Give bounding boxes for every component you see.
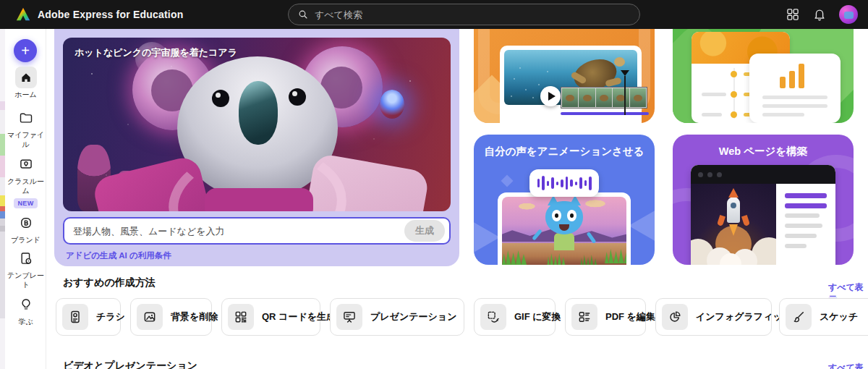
app-title: Adobe Express for Education xyxy=(38,9,183,20)
bar-chart-icon xyxy=(780,62,804,88)
waveform-bar xyxy=(561,179,563,187)
koala-eye-right xyxy=(289,88,306,106)
quick-action-label: PDF を編集 xyxy=(605,310,655,323)
desert-scene xyxy=(502,197,626,265)
global-search xyxy=(288,4,640,25)
spacesuit-chest xyxy=(205,188,313,211)
quick-action-label: スケッチ xyxy=(820,310,858,323)
sidebar-item-classroom[interactable]: クラスルーム NEW xyxy=(5,153,46,208)
waveform-bar xyxy=(579,177,582,189)
sidebar-item-label: マイファイル xyxy=(5,130,46,149)
genai-terms-link[interactable]: アドビの生成 AI の利用条件 xyxy=(66,250,171,261)
cat-head xyxy=(545,201,583,234)
quick-action-sketch[interactable]: スケッチ xyxy=(779,298,868,336)
flyer-icon xyxy=(62,304,88,330)
koala-ear-right xyxy=(302,46,383,127)
sidebar-item-learn[interactable]: 学ぶ xyxy=(5,294,46,326)
timeline-dot xyxy=(731,111,737,118)
filmstrip-frame xyxy=(562,88,578,107)
search-input[interactable] xyxy=(315,9,631,20)
promo-card-video-trim[interactable] xyxy=(474,13,655,123)
waveform-bar xyxy=(537,179,540,187)
webpage-text-panel xyxy=(776,184,835,265)
sidebar-item-label: テンプレート xyxy=(5,271,46,289)
sidebar-item-my-files[interactable]: マイファイル xyxy=(5,107,46,149)
sidebar-item-templates[interactable]: テンプレート xyxy=(5,247,46,289)
topbar-actions xyxy=(786,0,858,29)
quick-action-presentation[interactable]: プレゼンテーション xyxy=(330,298,464,336)
waveform-bar xyxy=(584,180,587,186)
plus-icon: + xyxy=(21,43,30,59)
quick-action-flyer[interactable]: チラシ xyxy=(56,298,121,336)
top-app-bar: Adobe Express for Education xyxy=(0,0,868,29)
quick-action-convert-gif[interactable]: GIF に変換 xyxy=(474,298,556,336)
videos-presentations-title: ビデオとプレゼンテーション xyxy=(63,360,197,369)
pie-chart-icon xyxy=(662,304,688,330)
sidebar-item-label: クラスルーム xyxy=(5,177,46,195)
apps-grid-icon[interactable] xyxy=(786,7,800,22)
filmstrip-frame xyxy=(579,88,595,107)
window-dot xyxy=(717,172,722,177)
sidebar-item-home[interactable]: ホーム xyxy=(5,67,46,99)
promo-card-documents[interactable] xyxy=(673,13,854,123)
cat-eye xyxy=(552,210,561,221)
turtle-head xyxy=(614,57,625,67)
waveform-bar xyxy=(542,176,545,190)
adobe-express-home: + ホーム マイファイル クラスルーム NEW ブランド xyxy=(0,0,868,369)
notifications-bell-icon[interactable] xyxy=(812,7,827,22)
home-icon xyxy=(15,67,37,88)
text-bar xyxy=(785,224,822,228)
playhead-line xyxy=(624,76,626,115)
waveform-bar xyxy=(566,177,569,190)
waveform-bar xyxy=(551,177,554,189)
brush-icon xyxy=(786,304,812,330)
sidebar-item-label: 学ぶ xyxy=(5,317,46,326)
helmet-collar xyxy=(165,140,351,211)
generative-ai-hero-panel: ホットなピンクの宇宙服を着たコアラ 生成 アドビの生成 AI の利用条件 xyxy=(54,29,459,266)
quick-action-infographic[interactable]: インフォグラフィック xyxy=(655,298,772,336)
koala-eye-left xyxy=(212,90,229,107)
chevron-shape xyxy=(474,216,500,259)
filmstrip-frame xyxy=(596,88,612,107)
promo-card-animate-voice[interactable]: 自分の声をアニメーションさせる xyxy=(474,135,655,265)
sidebar: + ホーム マイファイル クラスルーム NEW ブランド xyxy=(5,29,46,369)
promo-card-title: 自分の声をアニメーションさせる xyxy=(474,145,655,158)
timeline-bar xyxy=(561,112,649,115)
prompt-input[interactable] xyxy=(73,226,404,237)
hero-prompt-caption: ホットなピンクの宇宙服を着たコアラ xyxy=(75,46,237,59)
filmstrip-frame xyxy=(630,88,646,107)
waveform-bar xyxy=(589,177,592,190)
user-avatar[interactable] xyxy=(839,5,858,24)
timeline-dot xyxy=(731,91,737,98)
browser-mockup xyxy=(691,165,835,265)
generate-prompt-field: 生成 xyxy=(63,217,451,245)
text-bar xyxy=(785,193,827,198)
generate-button[interactable]: 生成 xyxy=(404,220,445,242)
play-button-icon xyxy=(540,86,561,106)
quick-action-generate-qr[interactable]: QR コードを生成 xyxy=(221,298,320,336)
brand-icon xyxy=(15,212,37,234)
promo-card-build-webpage[interactable]: Web ページを構築 xyxy=(673,135,854,265)
waveform-bar xyxy=(556,182,559,185)
rocket-flame xyxy=(729,224,738,236)
video-editor-mockup xyxy=(500,46,642,123)
qr-code-icon xyxy=(228,304,254,330)
new-badge: NEW xyxy=(14,198,37,208)
quick-action-remove-background[interactable]: 背景を削除 xyxy=(130,298,212,336)
spacesuit-shoulder-left xyxy=(91,154,213,211)
quick-action-label: 背景を削除 xyxy=(171,310,218,323)
window-dot xyxy=(698,172,703,177)
jellyfish-glow xyxy=(380,90,404,119)
koala-nose xyxy=(239,81,278,145)
videos-see-all-link[interactable]: すべて表示 xyxy=(828,362,868,369)
pdf-edit-icon xyxy=(571,304,597,330)
sidebar-item-brand[interactable]: ブランド xyxy=(5,212,46,245)
cat-eye xyxy=(567,210,576,221)
hero-image: ホットなピンクの宇宙服を着たコアラ xyxy=(63,38,451,211)
classroom-icon xyxy=(15,153,37,175)
quick-action-edit-pdf[interactable]: PDF を編集 xyxy=(565,298,646,336)
create-new-button[interactable]: + xyxy=(14,39,37,62)
animation-scene-frame xyxy=(498,192,631,265)
text-bar xyxy=(785,213,820,218)
browser-titlebar xyxy=(691,165,835,184)
